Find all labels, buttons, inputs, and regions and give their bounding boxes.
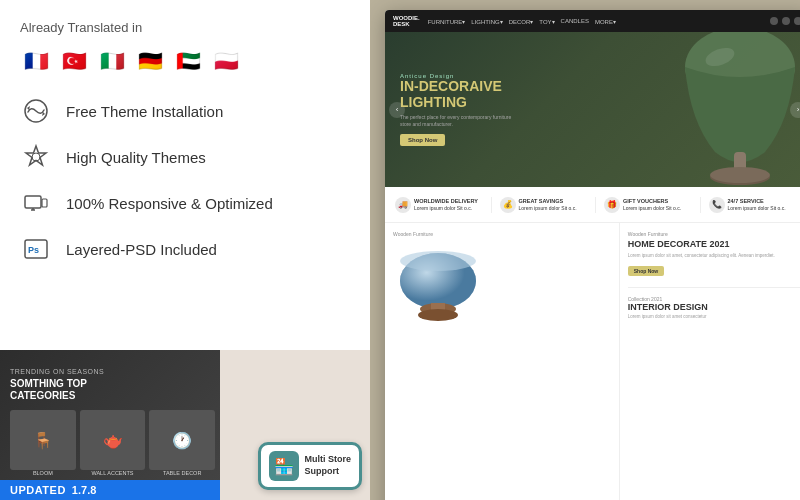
nav-candles: CANDLES xyxy=(561,18,589,25)
flags-row: 🇫🇷 🇹🇷 🇮🇹 🇩🇪 🇦🇪 🇵🇱 xyxy=(20,45,350,77)
feature-quality: High Quality Themes xyxy=(20,141,350,173)
installation-icon xyxy=(20,95,52,127)
feature-delivery: 🚚 WORLDWIDE DELIVERY Lorem ipsum dolor S… xyxy=(391,197,492,213)
mock-features-strip: 🚚 WORLDWIDE DELIVERY Lorem ipsum dolor S… xyxy=(385,187,800,223)
hero-lamp xyxy=(660,32,800,187)
multi-store-badge: 🏪 Multi Store Support xyxy=(258,442,363,490)
right-panel: WOODIE.DESK FURNITURE▾ LIGHTING▾ DECOR▾ … xyxy=(370,0,800,500)
svg-point-15 xyxy=(400,251,476,271)
savings-text: GREAT SAVINGS Lorem ipsum dolor Sit o.c. xyxy=(519,198,577,212)
updated-badge: UPDATED 1.7.8 xyxy=(0,480,220,500)
bottom-preview: Trending On Seasons SOMTHING TOP CATEGOR… xyxy=(0,350,370,500)
feature-installation-text: Free Theme Installation xyxy=(66,103,223,120)
svg-rect-2 xyxy=(25,196,41,208)
feature-responsive-text: 100% Responsive & Optimized xyxy=(66,195,273,212)
feature-quality-text: High Quality Themes xyxy=(66,149,206,166)
hero-title: IN-DECORAIVE LIGHTING xyxy=(400,79,520,110)
feature-savings: 💰 GREAT SAVINGS Lorem ipsum dolor Sit o.… xyxy=(496,197,597,213)
mock-hero: ‹ Anticue Design IN-DECORAIVE LIGHTING T… xyxy=(385,32,800,187)
flag-it: 🇮🇹 xyxy=(96,45,128,77)
mock-nav-links: FURNITURE▾ LIGHTING▾ DECOR▾ TOY▾ CANDLES… xyxy=(428,18,762,25)
cat-item-clock: 🕐 xyxy=(149,410,215,470)
mock-nav-icons xyxy=(770,17,800,25)
product-label: Wooden Furniture xyxy=(393,231,611,237)
categories-title: SOMTHING TOP CATEGORIES xyxy=(10,378,210,402)
nav-cart-icon xyxy=(794,17,800,25)
product-desc-small: Lorem ipsum dolor sit amet, consectetur … xyxy=(628,253,800,259)
nav-search-icon xyxy=(770,17,778,25)
delivery-icon: 🚚 xyxy=(395,197,411,213)
svg-rect-3 xyxy=(42,199,47,207)
interior-desc: Lorem ipsum dolor sit amet consectetur xyxy=(628,314,800,319)
hero-title-line2: LIGHTING xyxy=(400,94,467,110)
svg-text:Ps: Ps xyxy=(28,245,39,255)
feature-psd-text: Layered-PSD Included xyxy=(66,241,217,258)
website-mockup: WOODIE.DESK FURNITURE▾ LIGHTING▾ DECOR▾ … xyxy=(385,10,800,500)
flag-ae: 🇦🇪 xyxy=(172,45,204,77)
hero-desc: The perfect place for every contemporary… xyxy=(400,114,520,128)
features-list: Free Theme Installation High Quality The… xyxy=(20,95,350,265)
mock-nav: WOODIE.DESK FURNITURE▾ LIGHTING▾ DECOR▾ … xyxy=(385,10,800,32)
nav-furniture: FURNITURE▾ xyxy=(428,18,466,25)
trending-text: Trending On Seasons xyxy=(10,368,104,375)
store-icon: 🏪 xyxy=(269,451,299,481)
quality-icon xyxy=(20,141,52,173)
svg-point-18 xyxy=(418,309,458,321)
product-title-small: Wooden Furniture xyxy=(628,231,800,237)
nav-decor: DECOR▾ xyxy=(509,18,534,25)
svg-point-11 xyxy=(710,167,770,183)
product-title-large: HOME DECORATE 2021 xyxy=(628,239,800,250)
version-label: 1.7.8 xyxy=(72,484,96,496)
hero-shop-btn[interactable]: Shop Now xyxy=(400,134,445,146)
preview-right: 🏪 Multi Store Support xyxy=(220,350,370,500)
gift-icon: 🎁 xyxy=(604,197,620,213)
nav-lighting: LIGHTING▾ xyxy=(471,18,502,25)
interior-title: INTERIOR DESIGN xyxy=(628,302,800,312)
mock-bottom-left: Wooden Furniture xyxy=(385,223,619,500)
flag-de: 🇩🇪 xyxy=(134,45,166,77)
flag-fr: 🇫🇷 xyxy=(20,45,52,77)
service-icon: 📞 xyxy=(709,197,725,213)
mock-logo: WOODIE.DESK xyxy=(393,15,420,27)
mock-bottom-right: Wooden Furniture HOME DECORATE 2021 Lore… xyxy=(619,223,800,500)
hero-next-arrow[interactable]: › xyxy=(790,102,800,118)
service-text: 24/7 SERVICE Lorem ipsum dolor Sit o.c. xyxy=(728,198,786,212)
delivery-text: WORLDWIDE DELIVERY Lorem ipsum dolor Sit… xyxy=(414,198,478,212)
categories-grid: 🪑 🫖 🕐 xyxy=(10,410,215,470)
left-panel: Already Translated in 🇫🇷 🇹🇷 🇮🇹 🇩🇪 🇦🇪 🇵🇱 … xyxy=(0,0,370,500)
feature-installation: Free Theme Installation xyxy=(20,95,350,127)
flag-tr: 🇹🇷 xyxy=(58,45,90,77)
preview-left: Trending On Seasons SOMTHING TOP CATEGOR… xyxy=(0,350,220,500)
hero-title-line1: IN-DECORAIVE xyxy=(400,78,502,94)
gift-text: GIFT VOUCHERS Lorem ipsum dolor Sit o.c. xyxy=(623,198,681,212)
translated-label: Already Translated in xyxy=(20,20,350,35)
bowl-svg xyxy=(393,243,483,323)
feature-responsive: 100% Responsive & Optimized xyxy=(20,187,350,219)
cat-item-teapot: 🫖 xyxy=(80,410,146,470)
nav-more: MORE▾ xyxy=(595,18,616,25)
mock-bottom: Wooden Furniture xyxy=(385,223,800,500)
feature-gift: 🎁 GIFT VOUCHERS Lorem ipsum dolor Sit o.… xyxy=(600,197,701,213)
savings-icon: 💰 xyxy=(500,197,516,213)
psd-icon: Ps xyxy=(20,233,52,265)
nav-toy: TOY▾ xyxy=(539,18,554,25)
multi-store-text: Multi Store Support xyxy=(305,454,352,477)
feature-service: 📞 24/7 SERVICE Lorem ipsum dolor Sit o.c… xyxy=(705,197,801,213)
flag-pl: 🇵🇱 xyxy=(210,45,242,77)
updated-label: UPDATED xyxy=(10,484,66,496)
hero-content: Anticue Design IN-DECORAIVE LIGHTING The… xyxy=(400,73,520,146)
responsive-icon xyxy=(20,187,52,219)
nav-account-icon xyxy=(782,17,790,25)
product-shop-btn[interactable]: Shop Now xyxy=(628,266,664,276)
cat-item-chair: 🪑 xyxy=(10,410,76,470)
feature-psd: Ps Layered-PSD Included xyxy=(20,233,350,265)
